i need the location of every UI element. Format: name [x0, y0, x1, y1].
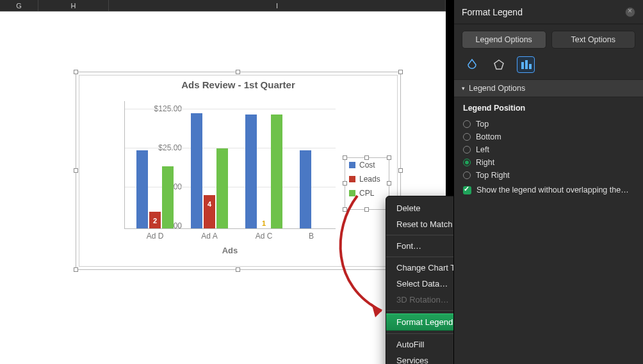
radio-left[interactable]: Left	[463, 143, 634, 156]
bar-B-cost[interactable]	[300, 150, 311, 228]
legend-swatch-cpl	[349, 190, 355, 196]
effects-icon[interactable]	[490, 56, 508, 73]
chart-object[interactable]: Ads Review - 1st Quarter $125.00 $25.00 …	[76, 72, 401, 270]
legend-position-label: Legend Position	[463, 104, 634, 113]
radio-bottom[interactable]: Bottom	[463, 131, 634, 143]
x-axis-title[interactable]: Ads	[124, 246, 336, 255]
svg-marker-1	[494, 60, 503, 69]
tab-text-options[interactable]: Text Options	[551, 31, 636, 49]
legend-label-cpl[interactable]: CPL	[359, 189, 374, 198]
check-icon	[463, 186, 471, 194]
chart-plot-area[interactable]: Ads Review - 1st Quarter $125.00 $25.00 …	[79, 75, 398, 267]
label-adC-leads: 1	[258, 219, 270, 227]
bar-adD-cost[interactable]	[136, 150, 148, 228]
xcat-B: B	[286, 232, 337, 241]
column-headers: G H I	[0, 0, 446, 12]
worksheet-area[interactable]: Ads Review - 1st Quarter $125.00 $25.00 …	[0, 12, 446, 364]
xcat-adC: Ad C	[238, 232, 289, 241]
chevron-down-icon: ▾	[462, 85, 465, 91]
bar-adA-cpl[interactable]	[216, 148, 228, 228]
col-header-h[interactable]: H	[38, 0, 109, 11]
radio-top[interactable]: Top	[463, 118, 634, 131]
radio-top-right[interactable]: Top Right	[463, 169, 634, 182]
radio-right[interactable]: Right	[463, 156, 634, 169]
col-header-i[interactable]: I	[109, 0, 446, 11]
plot-area: 2 4 1	[124, 101, 336, 229]
bar-adC-cost[interactable]	[245, 115, 257, 228]
chart-title[interactable]: Ads Review - 1st Quarter	[79, 79, 397, 90]
bar-adA-cost[interactable]	[191, 113, 202, 228]
svg-rect-3	[525, 60, 528, 69]
format-panel: Format Legend Legend Options Text Option…	[453, 0, 643, 364]
chart-legend[interactable]: Cost Leads CPL	[345, 157, 389, 210]
panel-title: Format Legend	[462, 7, 523, 17]
checkbox-overlap[interactable]: Show the legend without overlapping the …	[463, 182, 634, 194]
xcat-adD: Ad D	[129, 232, 181, 241]
legend-label-cost[interactable]: Cost	[359, 161, 375, 170]
legend-swatch-leads	[349, 176, 355, 182]
legend-options-icon[interactable]	[517, 56, 535, 73]
close-icon[interactable]	[625, 7, 635, 17]
svg-rect-2	[521, 62, 524, 69]
bar-adC-cpl[interactable]	[271, 115, 282, 228]
legend-swatch-cost	[349, 162, 355, 168]
section-legend-options[interactable]: ▾ Legend Options	[454, 79, 643, 97]
label-adD-leads: 2	[149, 217, 161, 225]
label-adA-leads: 4	[204, 200, 215, 208]
xcat-adA: Ad A	[184, 232, 235, 241]
legend-label-leads[interactable]: Leads	[359, 175, 380, 184]
col-header-g[interactable]: G	[0, 0, 38, 11]
svg-rect-4	[529, 64, 532, 69]
fill-icon[interactable]	[463, 56, 481, 73]
bar-adD-cpl[interactable]	[162, 166, 174, 228]
tab-legend-options[interactable]: Legend Options	[462, 31, 546, 49]
